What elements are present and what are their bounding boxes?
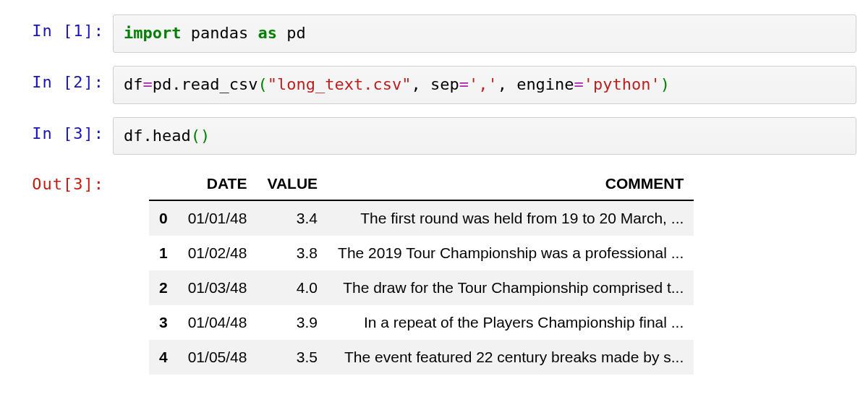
code-token: = (574, 75, 584, 93)
input-prompt: In [3]: (12, 117, 113, 142)
cell-date: 01/01/48 (178, 200, 258, 236)
cell-comment: The draw for the Tour Championship compr… (328, 270, 694, 305)
cell-comment: In a repeat of the Players Championship … (328, 305, 694, 340)
code-token: . (171, 75, 181, 93)
row-index: 2 (149, 270, 178, 305)
table-row: 0 01/01/48 3.4 The first round was held … (149, 200, 694, 236)
table-row: 3 01/04/48 3.9 In a repeat of the Player… (149, 305, 694, 340)
code-token: read_csv (182, 75, 258, 93)
row-index: 4 (149, 340, 178, 375)
cell-date: 01/05/48 (178, 340, 258, 375)
table-row: 2 01/03/48 4.0 The draw for the Tour Cha… (149, 270, 694, 305)
code-input[interactable]: df=pd.read_csv("long_text.csv", sep=',',… (113, 66, 856, 104)
column-header: VALUE (257, 168, 328, 200)
notebook-cell: In [2]: df=pd.read_csv("long_text.csv", … (12, 66, 856, 104)
code-token: , engine (498, 75, 574, 93)
cell-value: 3.5 (257, 340, 328, 375)
code-token: () (191, 127, 210, 145)
cell-value: 3.9 (257, 305, 328, 340)
code-token: , sep (411, 75, 459, 93)
code-token: import (124, 24, 181, 42)
column-header: COMMENT (328, 168, 694, 200)
dataframe-table: DATE VALUE COMMENT 0 01/01/48 3.4 The fi… (149, 168, 694, 375)
cell-comment: The 2019 Tour Championship was a profess… (328, 236, 694, 270)
code-input[interactable]: df.head() (113, 117, 856, 155)
code-token: head (153, 127, 191, 145)
row-index: 3 (149, 305, 178, 340)
code-token: pandas (181, 24, 258, 42)
cell-value: 3.8 (257, 236, 328, 270)
code-token: df (124, 127, 143, 145)
output-prompt: Out[3]: (12, 168, 113, 193)
code-token: df (124, 75, 143, 93)
row-index: 0 (149, 200, 178, 236)
table-header-row: DATE VALUE COMMENT (149, 168, 694, 200)
code-token: "long_text.csv" (268, 75, 412, 93)
code-token: pd (277, 24, 306, 42)
input-prompt: In [1]: (12, 14, 113, 40)
cell-date: 01/02/48 (178, 236, 258, 270)
cell-date: 01/04/48 (178, 305, 258, 340)
cell-comment: The event featured 22 century breaks mad… (328, 340, 694, 375)
index-header (149, 168, 178, 200)
cell-value: 3.4 (257, 200, 328, 236)
code-input[interactable]: import pandas as pd (113, 14, 856, 53)
code-token: ',' (469, 75, 498, 93)
code-token: ) (660, 75, 670, 93)
notebook-cell: In [3]: df.head() (12, 117, 856, 155)
code-token: 'python' (584, 75, 660, 93)
cell-value: 4.0 (257, 270, 328, 305)
code-token: as (258, 24, 277, 42)
code-token: = (459, 75, 469, 93)
output-area: DATE VALUE COMMENT 0 01/01/48 3.4 The fi… (113, 168, 856, 375)
code-token: = (143, 75, 153, 93)
code-token: ( (258, 75, 267, 93)
code-token: . (143, 127, 153, 145)
cell-comment: The first round was held from 19 to 20 M… (328, 200, 694, 236)
table-row: 4 01/05/48 3.5 The event featured 22 cen… (149, 340, 694, 375)
table-row: 1 01/02/48 3.8 The 2019 Tour Championshi… (149, 236, 694, 270)
notebook-cell: In [1]: import pandas as pd (12, 14, 856, 53)
column-header: DATE (178, 168, 258, 200)
row-index: 1 (149, 236, 178, 270)
code-token: pd (153, 75, 172, 93)
input-prompt: In [2]: (12, 66, 113, 91)
cell-date: 01/03/48 (178, 270, 258, 305)
notebook-output-cell: Out[3]: DATE VALUE COMMENT 0 01/01/48 3.… (12, 168, 856, 375)
